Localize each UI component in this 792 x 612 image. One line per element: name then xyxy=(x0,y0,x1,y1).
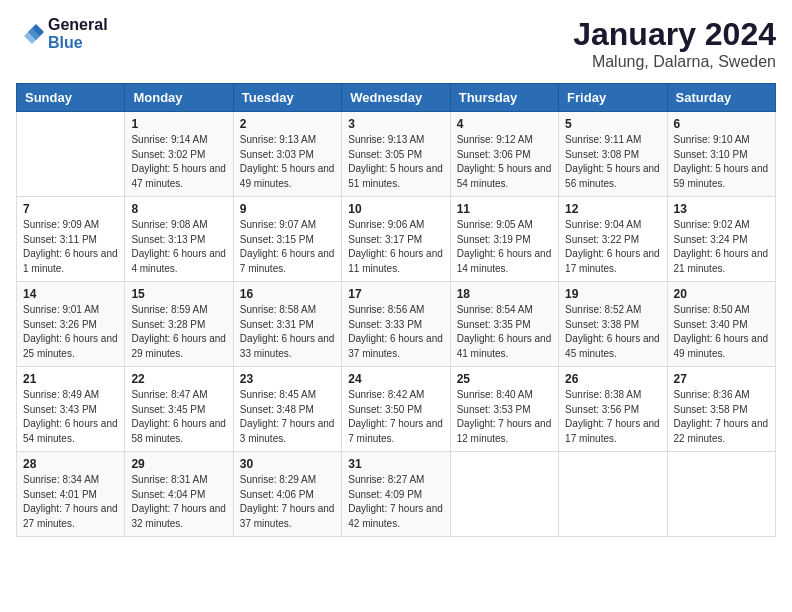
day-number: 30 xyxy=(240,457,335,471)
calendar-week-row: 1Sunrise: 9:14 AMSunset: 3:02 PMDaylight… xyxy=(17,112,776,197)
day-number: 31 xyxy=(348,457,443,471)
day-info: Sunrise: 8:40 AMSunset: 3:53 PMDaylight:… xyxy=(457,388,552,446)
day-number: 5 xyxy=(565,117,660,131)
day-number: 21 xyxy=(23,372,118,386)
day-info: Sunrise: 9:08 AMSunset: 3:13 PMDaylight:… xyxy=(131,218,226,276)
day-info: Sunrise: 8:59 AMSunset: 3:28 PMDaylight:… xyxy=(131,303,226,361)
calendar-cell: 22Sunrise: 8:47 AMSunset: 3:45 PMDayligh… xyxy=(125,367,233,452)
day-info: Sunrise: 8:54 AMSunset: 3:35 PMDaylight:… xyxy=(457,303,552,361)
calendar-cell: 8Sunrise: 9:08 AMSunset: 3:13 PMDaylight… xyxy=(125,197,233,282)
calendar-cell: 4Sunrise: 9:12 AMSunset: 3:06 PMDaylight… xyxy=(450,112,558,197)
day-number: 6 xyxy=(674,117,769,131)
day-info: Sunrise: 8:50 AMSunset: 3:40 PMDaylight:… xyxy=(674,303,769,361)
calendar-cell: 25Sunrise: 8:40 AMSunset: 3:53 PMDayligh… xyxy=(450,367,558,452)
calendar-table: Sunday Monday Tuesday Wednesday Thursday… xyxy=(16,83,776,537)
calendar-cell: 24Sunrise: 8:42 AMSunset: 3:50 PMDayligh… xyxy=(342,367,450,452)
calendar-cell: 10Sunrise: 9:06 AMSunset: 3:17 PMDayligh… xyxy=(342,197,450,282)
month-title: January 2024 xyxy=(573,16,776,53)
day-number: 20 xyxy=(674,287,769,301)
calendar-cell: 7Sunrise: 9:09 AMSunset: 3:11 PMDaylight… xyxy=(17,197,125,282)
location-subtitle: Malung, Dalarna, Sweden xyxy=(573,53,776,71)
calendar-cell: 20Sunrise: 8:50 AMSunset: 3:40 PMDayligh… xyxy=(667,282,775,367)
title-area: January 2024 Malung, Dalarna, Sweden xyxy=(573,16,776,71)
day-info: Sunrise: 8:31 AMSunset: 4:04 PMDaylight:… xyxy=(131,473,226,531)
day-info: Sunrise: 9:02 AMSunset: 3:24 PMDaylight:… xyxy=(674,218,769,276)
calendar-cell: 18Sunrise: 8:54 AMSunset: 3:35 PMDayligh… xyxy=(450,282,558,367)
day-number: 8 xyxy=(131,202,226,216)
day-number: 2 xyxy=(240,117,335,131)
day-info: Sunrise: 9:11 AMSunset: 3:08 PMDaylight:… xyxy=(565,133,660,191)
day-info: Sunrise: 8:36 AMSunset: 3:58 PMDaylight:… xyxy=(674,388,769,446)
calendar-cell: 13Sunrise: 9:02 AMSunset: 3:24 PMDayligh… xyxy=(667,197,775,282)
header-wednesday: Wednesday xyxy=(342,84,450,112)
calendar-cell: 1Sunrise: 9:14 AMSunset: 3:02 PMDaylight… xyxy=(125,112,233,197)
calendar-cell: 31Sunrise: 8:27 AMSunset: 4:09 PMDayligh… xyxy=(342,452,450,537)
day-number: 1 xyxy=(131,117,226,131)
header-sunday: Sunday xyxy=(17,84,125,112)
day-number: 16 xyxy=(240,287,335,301)
day-info: Sunrise: 8:42 AMSunset: 3:50 PMDaylight:… xyxy=(348,388,443,446)
header-monday: Monday xyxy=(125,84,233,112)
day-info: Sunrise: 9:10 AMSunset: 3:10 PMDaylight:… xyxy=(674,133,769,191)
day-number: 24 xyxy=(348,372,443,386)
day-info: Sunrise: 8:52 AMSunset: 3:38 PMDaylight:… xyxy=(565,303,660,361)
day-info: Sunrise: 9:14 AMSunset: 3:02 PMDaylight:… xyxy=(131,133,226,191)
day-number: 10 xyxy=(348,202,443,216)
day-number: 14 xyxy=(23,287,118,301)
calendar-cell: 12Sunrise: 9:04 AMSunset: 3:22 PMDayligh… xyxy=(559,197,667,282)
calendar-cell: 9Sunrise: 9:07 AMSunset: 3:15 PMDaylight… xyxy=(233,197,341,282)
day-number: 7 xyxy=(23,202,118,216)
calendar-cell xyxy=(559,452,667,537)
day-number: 22 xyxy=(131,372,226,386)
calendar-cell: 5Sunrise: 9:11 AMSunset: 3:08 PMDaylight… xyxy=(559,112,667,197)
logo-text: General Blue xyxy=(48,16,108,52)
day-info: Sunrise: 8:45 AMSunset: 3:48 PMDaylight:… xyxy=(240,388,335,446)
day-number: 28 xyxy=(23,457,118,471)
calendar-cell: 17Sunrise: 8:56 AMSunset: 3:33 PMDayligh… xyxy=(342,282,450,367)
page-header: General Blue January 2024 Malung, Dalarn… xyxy=(16,16,776,71)
header-tuesday: Tuesday xyxy=(233,84,341,112)
day-number: 4 xyxy=(457,117,552,131)
calendar-cell xyxy=(450,452,558,537)
calendar-cell: 11Sunrise: 9:05 AMSunset: 3:19 PMDayligh… xyxy=(450,197,558,282)
calendar-cell: 23Sunrise: 8:45 AMSunset: 3:48 PMDayligh… xyxy=(233,367,341,452)
calendar-cell: 16Sunrise: 8:58 AMSunset: 3:31 PMDayligh… xyxy=(233,282,341,367)
header-saturday: Saturday xyxy=(667,84,775,112)
calendar-cell: 19Sunrise: 8:52 AMSunset: 3:38 PMDayligh… xyxy=(559,282,667,367)
header-thursday: Thursday xyxy=(450,84,558,112)
calendar-week-row: 7Sunrise: 9:09 AMSunset: 3:11 PMDaylight… xyxy=(17,197,776,282)
calendar-week-row: 14Sunrise: 9:01 AMSunset: 3:26 PMDayligh… xyxy=(17,282,776,367)
day-number: 25 xyxy=(457,372,552,386)
day-info: Sunrise: 8:27 AMSunset: 4:09 PMDaylight:… xyxy=(348,473,443,531)
day-number: 15 xyxy=(131,287,226,301)
day-number: 12 xyxy=(565,202,660,216)
day-number: 19 xyxy=(565,287,660,301)
day-number: 13 xyxy=(674,202,769,216)
day-info: Sunrise: 9:05 AMSunset: 3:19 PMDaylight:… xyxy=(457,218,552,276)
logo: General Blue xyxy=(16,16,108,52)
day-info: Sunrise: 9:12 AMSunset: 3:06 PMDaylight:… xyxy=(457,133,552,191)
day-info: Sunrise: 8:38 AMSunset: 3:56 PMDaylight:… xyxy=(565,388,660,446)
day-info: Sunrise: 9:07 AMSunset: 3:15 PMDaylight:… xyxy=(240,218,335,276)
calendar-header-row: Sunday Monday Tuesday Wednesday Thursday… xyxy=(17,84,776,112)
day-number: 23 xyxy=(240,372,335,386)
calendar-cell: 15Sunrise: 8:59 AMSunset: 3:28 PMDayligh… xyxy=(125,282,233,367)
logo-icon xyxy=(16,20,44,48)
day-info: Sunrise: 8:34 AMSunset: 4:01 PMDaylight:… xyxy=(23,473,118,531)
calendar-cell: 29Sunrise: 8:31 AMSunset: 4:04 PMDayligh… xyxy=(125,452,233,537)
day-info: Sunrise: 8:58 AMSunset: 3:31 PMDaylight:… xyxy=(240,303,335,361)
calendar-cell: 21Sunrise: 8:49 AMSunset: 3:43 PMDayligh… xyxy=(17,367,125,452)
day-info: Sunrise: 9:13 AMSunset: 3:03 PMDaylight:… xyxy=(240,133,335,191)
calendar-cell: 26Sunrise: 8:38 AMSunset: 3:56 PMDayligh… xyxy=(559,367,667,452)
calendar-cell: 14Sunrise: 9:01 AMSunset: 3:26 PMDayligh… xyxy=(17,282,125,367)
calendar-cell: 2Sunrise: 9:13 AMSunset: 3:03 PMDaylight… xyxy=(233,112,341,197)
calendar-cell: 30Sunrise: 8:29 AMSunset: 4:06 PMDayligh… xyxy=(233,452,341,537)
day-info: Sunrise: 8:49 AMSunset: 3:43 PMDaylight:… xyxy=(23,388,118,446)
calendar-cell: 28Sunrise: 8:34 AMSunset: 4:01 PMDayligh… xyxy=(17,452,125,537)
day-info: Sunrise: 9:09 AMSunset: 3:11 PMDaylight:… xyxy=(23,218,118,276)
day-number: 17 xyxy=(348,287,443,301)
calendar-week-row: 21Sunrise: 8:49 AMSunset: 3:43 PMDayligh… xyxy=(17,367,776,452)
calendar-week-row: 28Sunrise: 8:34 AMSunset: 4:01 PMDayligh… xyxy=(17,452,776,537)
day-info: Sunrise: 9:04 AMSunset: 3:22 PMDaylight:… xyxy=(565,218,660,276)
calendar-cell: 6Sunrise: 9:10 AMSunset: 3:10 PMDaylight… xyxy=(667,112,775,197)
